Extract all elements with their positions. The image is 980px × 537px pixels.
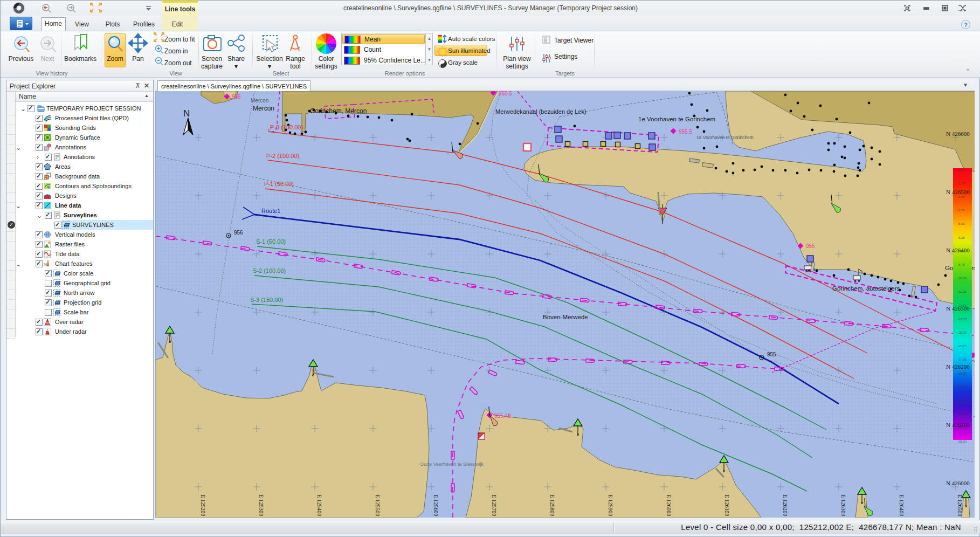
svg-text:955.5: 955.5 [679,129,692,135]
svg-text:-1.25: -1.25 [957,182,965,185]
svg-text:P-3 (150.00): P-3 (150.00) [270,124,303,130]
svg-text:956: 956 [232,94,241,100]
svg-text:-18.75: -18.75 [957,372,967,375]
svg-text:Gorinchem, autosteigers: Gorinchem, autosteigers [832,285,900,292]
svg-text:0.00: 0.00 [957,168,964,171]
svg-text:E 126300: E 126300 [840,494,846,517]
svg-text:-22.50: -22.50 [957,412,967,416]
svg-text:E 125500: E 125500 [375,494,381,517]
svg-text:-10.00: -10.00 [957,277,967,280]
svg-text:-3.75: -3.75 [957,209,965,212]
svg-text:1e Voorhaven te Gorinchem: 1e Voorhaven te Gorinchem [638,116,715,122]
svg-text:N 426600: N 426600 [946,130,970,137]
svg-text:-17.50: -17.50 [957,358,967,361]
svg-text:1e Voorhaven te Gorinchem: 1e Voorhaven te Gorinchem [696,135,754,140]
svg-text:S-3 (150.00): S-3 (150.00) [250,297,283,303]
svg-text:N: N [44,263,47,266]
svg-text:-2.50: -2.50 [957,195,965,198]
svg-text:E 125400: E 125400 [316,494,322,517]
svg-text:N 426100: N 426100 [946,422,970,428]
svg-text:-15.00: -15.00 [957,331,967,334]
svg-text:N 426400: N 426400 [946,247,970,253]
svg-text:-11.25: -11.25 [957,290,967,293]
svg-text:N 426300: N 426300 [946,305,970,312]
svg-text:Gorinchem, Mercon: Gorinchem, Mercon [310,107,367,115]
svg-text:-20.00: -20.00 [957,385,967,389]
svg-text:S-2 (100.00): S-2 (100.00) [253,267,286,274]
svg-text:E 125300: E 125300 [258,494,264,517]
svg-text:N 426500: N 426500 [946,189,970,195]
svg-text:-6.25: -6.25 [957,236,965,239]
svg-text:E 125900: E 125900 [608,494,613,517]
svg-text:Boven-Merwede: Boven-Merwede [543,314,588,320]
svg-text:S-1 (50.00): S-1 (50.00) [256,238,286,245]
svg-text:955: 955 [767,352,776,357]
svg-text:Merwedekanaal (bezuiden de Lek: Merwedekanaal (bezuiden de Lek) [495,108,586,115]
svg-text:955.48: 955.48 [494,413,511,419]
svg-text:E 125200: E 125200 [200,494,206,517]
svg-text:E 125700: E 125700 [491,494,497,517]
svg-text:E 125600: E 125600 [433,494,439,517]
svg-text:-25.00: -25.00 [957,440,967,443]
svg-text:Mercon: Mercon [251,98,268,104]
svg-text:955: 955 [806,243,815,249]
svg-text:E 126500: E 126500 [957,494,963,517]
svg-text:E 126100: E 126100 [724,494,730,517]
svg-text:Oude Veerhaven te Sleeuwijk: Oude Veerhaven te Sleeuwijk [420,462,484,467]
svg-text:N: N [183,108,190,119]
svg-text:956: 956 [234,230,243,236]
svg-text:N 426000: N 426000 [946,480,970,486]
svg-text:-13.75: -13.75 [957,318,967,321]
svg-text:Mercon: Mercon [253,105,274,112]
svg-text:E 126000: E 126000 [666,494,672,517]
svg-text:E 126400: E 126400 [899,494,905,517]
svg-text:-5.00: -5.00 [957,222,965,225]
svg-text:N 426200: N 426200 [946,363,970,370]
svg-text:-21.25: -21.25 [957,399,967,402]
svg-text:P-2 (100.00): P-2 (100.00) [266,153,299,159]
svg-text:-16.25: -16.25 [957,345,967,348]
svg-text:955.5: 955.5 [499,91,512,97]
svg-text:E 126200: E 126200 [782,494,788,517]
svg-text:E 125800: E 125800 [549,494,555,517]
svg-text:-8.75: -8.75 [957,263,965,266]
svg-text:P-1 (50.00): P-1 (50.00) [264,181,294,187]
svg-text:Route1: Route1 [261,208,280,214]
